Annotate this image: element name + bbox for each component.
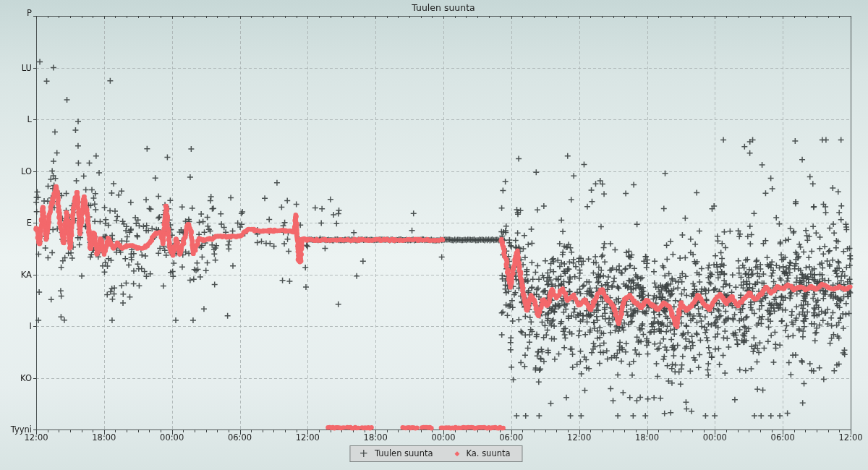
legend-label: Ka. suunta <box>466 448 510 458</box>
legend: + Tuulen suunta ◆ Ka. suunta <box>349 445 522 462</box>
x-axis-tick-label: 00:00 <box>160 432 184 443</box>
x-axis-tick-label: 18:00 <box>635 432 659 443</box>
x-axis-tick-label: 06:00 <box>771 432 795 443</box>
y-axis-label-p: P <box>27 8 32 18</box>
x-axis-tick-label: 00:00 <box>431 432 455 443</box>
y-axis-label-i: I <box>30 321 32 331</box>
y-axis-label-ko: KO <box>20 373 32 383</box>
wind-direction-chart: Tuulen suunta P LU L LO E KA I KO Tyyni … <box>0 0 868 470</box>
x-axis-tick-label: 18:00 <box>364 432 388 443</box>
y-axis-label-lu: LU <box>22 63 32 73</box>
plus-marker-icon: + <box>359 450 368 457</box>
x-axis-tick-label: 06:00 <box>228 432 252 443</box>
legend-item-tuulen-suunta: + Tuulen suunta <box>359 448 433 458</box>
x-axis-tick-label: 12:00 <box>296 432 320 443</box>
y-axis-label-ka: KA <box>21 270 32 280</box>
legend-label: Tuulen suunta <box>375 448 433 458</box>
x-axis-tick-label: 06:00 <box>499 432 523 443</box>
x-axis-tick-label: 12:00 <box>567 432 591 443</box>
x-axis-tick-label: 12:00 <box>24 432 48 443</box>
diamond-marker-icon: ◆ <box>455 450 460 457</box>
y-axis-label-l: L <box>27 114 32 124</box>
x-axis-tick-label: 18:00 <box>92 432 116 443</box>
chart-title: Tuulen suunta <box>412 2 475 13</box>
y-axis-label-e: E <box>27 218 32 228</box>
plot-canvas <box>0 0 868 470</box>
x-axis-tick-label: 12:00 <box>838 432 862 443</box>
legend-item-ka-suunta: ◆ Ka. suunta <box>455 448 511 458</box>
x-axis-tick-label: 00:00 <box>703 432 727 443</box>
y-axis-label-lo: LO <box>21 166 32 176</box>
